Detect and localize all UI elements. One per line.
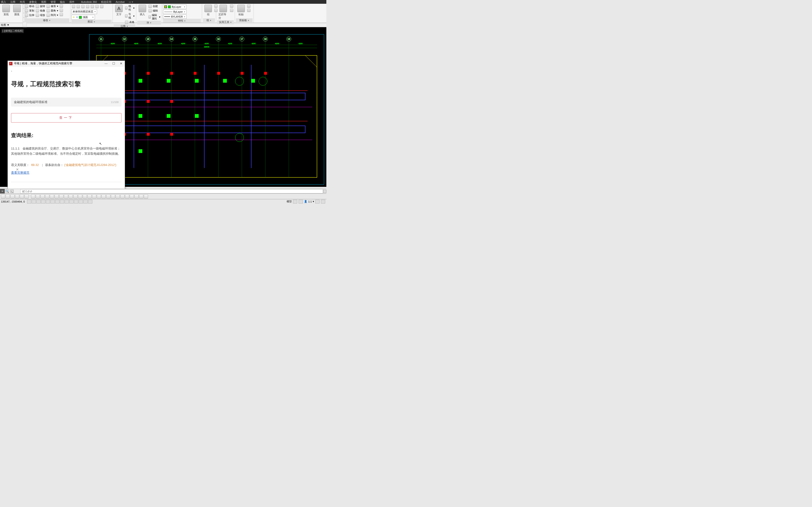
tool-edit-block[interactable]: 编辑 — [148, 9, 161, 13]
panel-block[interactable]: 块 — [137, 21, 161, 25]
tool-scale[interactable]: 缩放 — [35, 13, 46, 17]
menu-featured[interactable]: 精选应用 — [101, 0, 111, 4]
drawing-canvas[interactable]: [-][俯视][二维线框] 11 12 13 14 15 16 17 18 19… — [0, 27, 326, 187]
linetype-dropdown[interactable]: ByLayer — [163, 10, 187, 14]
tb-o[interactable] — [97, 194, 101, 199]
sb-snap[interactable] — [27, 200, 31, 204]
tb-a[interactable] — [31, 194, 35, 199]
search-input[interactable]: 金融建筑的电磁环境标准 11/100 — [11, 98, 121, 107]
tool-create-block[interactable]: 创建 — [148, 4, 161, 8]
sb-osnap[interactable] — [46, 200, 50, 204]
menu-layout[interactable]: 布局 — [20, 0, 25, 4]
tool-mod-a[interactable] — [59, 4, 63, 8]
sb-lwt[interactable] — [69, 200, 73, 204]
menu-manage[interactable]: 管理 — [51, 0, 56, 4]
tb-print[interactable] — [15, 194, 19, 199]
menu-acrobat[interactable]: Acrobat — [116, 0, 124, 3]
tool-line[interactable]: 直线 — [1, 4, 11, 17]
tool-copy[interactable]: 复制 — [24, 9, 35, 13]
menu-annotate[interactable]: 注释 — [10, 0, 15, 4]
maximize-icon[interactable]: ☐ — [111, 62, 116, 65]
layer-icon-b[interactable] — [76, 5, 80, 8]
tb-r[interactable] — [111, 194, 115, 199]
layer-icon-g[interactable] — [100, 5, 104, 8]
cmd-close-icon[interactable]: ✕ — [0, 189, 5, 194]
tool-divide[interactable]: 定距等分 — [217, 4, 229, 20]
tool-linear[interactable]: 线性▾ — [124, 4, 135, 12]
tool-move[interactable]: 移动 — [24, 4, 35, 8]
tb-b[interactable] — [36, 194, 40, 199]
tb-open[interactable] — [6, 194, 10, 199]
tb-x[interactable] — [139, 194, 143, 199]
tb-e[interactable] — [50, 194, 54, 199]
panel-modify[interactable]: 修改 — [24, 18, 69, 22]
cmd-search-icon[interactable]: 🔍 — [5, 189, 9, 194]
minimize-icon[interactable]: — — [104, 62, 109, 65]
tb-save[interactable] — [10, 194, 14, 199]
panel-props[interactable]: 特性 — [163, 19, 201, 23]
layer-icon-f[interactable] — [95, 5, 99, 8]
viewport-label[interactable]: [-][俯视][二维线框] — [1, 29, 24, 33]
tb-h[interactable] — [64, 194, 68, 199]
layer-icon-a[interactable] — [71, 5, 75, 8]
sb-grid[interactable] — [32, 200, 36, 204]
layer-icon-d[interactable] — [86, 5, 90, 8]
sb-qp[interactable] — [79, 200, 83, 204]
sb-r1[interactable] — [293, 200, 297, 204]
clip-b[interactable] — [247, 8, 251, 12]
panel-group[interactable]: 组 — [203, 18, 215, 22]
menu-view[interactable]: 视图 — [41, 0, 46, 4]
command-input[interactable] — [20, 189, 323, 193]
util-a[interactable] — [230, 4, 234, 8]
tb-p[interactable] — [101, 194, 106, 199]
layer-icon-c[interactable] — [81, 5, 85, 8]
person-icon[interactable]: 👤 — [304, 200, 307, 203]
tb-n[interactable] — [92, 194, 96, 199]
tool-leader[interactable]: 引线▾ — [124, 12, 135, 20]
menu-insert[interactable]: 插入 — [1, 0, 6, 4]
sb-r2[interactable] — [299, 200, 303, 204]
scale-label[interactable]: 1:1 — [308, 200, 312, 203]
menu-autodesk360[interactable]: Autodesk 360 — [81, 0, 97, 3]
lineweight-dropdown[interactable]: BYLAYER — [163, 14, 187, 19]
layer-current-dropdown[interactable]: ☀❄顶面 — [71, 15, 95, 20]
cmd-prompt-icon[interactable]: ›_ — [10, 190, 14, 193]
menu-dash-icon[interactable]: ▭ ▾ — [129, 0, 133, 3]
tb-u[interactable] — [125, 194, 129, 199]
panel-utils[interactable]: 实用工具 — [217, 20, 234, 24]
dialog-titlebar[interactable]: 寻规 | 精准，海量，快捷的工程规范AI搜索引擎 — ☐ ✕ — [8, 61, 125, 66]
tb-new[interactable] — [1, 194, 5, 199]
sb-sc[interactable] — [84, 200, 88, 204]
close-icon[interactable]: ✕ — [119, 62, 123, 65]
sb-polar[interactable] — [41, 200, 45, 204]
tool-stretch[interactable]: 拉伸 — [24, 13, 35, 17]
tb-f[interactable] — [54, 194, 59, 199]
back-chevron-icon[interactable]: › — [11, 69, 121, 73]
layer-icon-e[interactable] — [90, 5, 94, 8]
search-button[interactable]: 查一下 — [11, 113, 121, 122]
tb-w[interactable] — [135, 194, 139, 199]
tb-c[interactable] — [40, 194, 45, 199]
tool-mod-b[interactable] — [59, 8, 63, 12]
menu-plugins[interactable]: 插件 — [69, 0, 74, 4]
clip-a[interactable] — [247, 4, 251, 8]
tool-text[interactable]: A文字 — [114, 4, 124, 17]
panel-layer[interactable]: 图层 — [71, 20, 112, 24]
sb-ducs[interactable] — [60, 200, 64, 204]
tb-t[interactable] — [120, 194, 124, 199]
tool-rotate[interactable]: 旋转 — [35, 4, 46, 8]
tool-arc[interactable]: 圆弧 — [12, 4, 22, 17]
tb-j[interactable] — [73, 194, 78, 199]
tool-paste[interactable]: 粘贴 — [236, 4, 246, 17]
tb-v[interactable] — [130, 194, 134, 199]
sb-am[interactable] — [88, 200, 92, 204]
tb-undo[interactable] — [20, 194, 24, 199]
sb-otrack[interactable] — [55, 200, 59, 204]
tb-m[interactable] — [87, 194, 92, 199]
tool-table[interactable]: 表格 — [124, 20, 135, 24]
tb-s[interactable] — [116, 194, 120, 199]
color-dropdown[interactable]: ByLayer — [163, 5, 187, 9]
tb-g[interactable] — [59, 194, 63, 199]
tb-i[interactable] — [68, 194, 73, 199]
tb-k[interactable] — [78, 194, 82, 199]
